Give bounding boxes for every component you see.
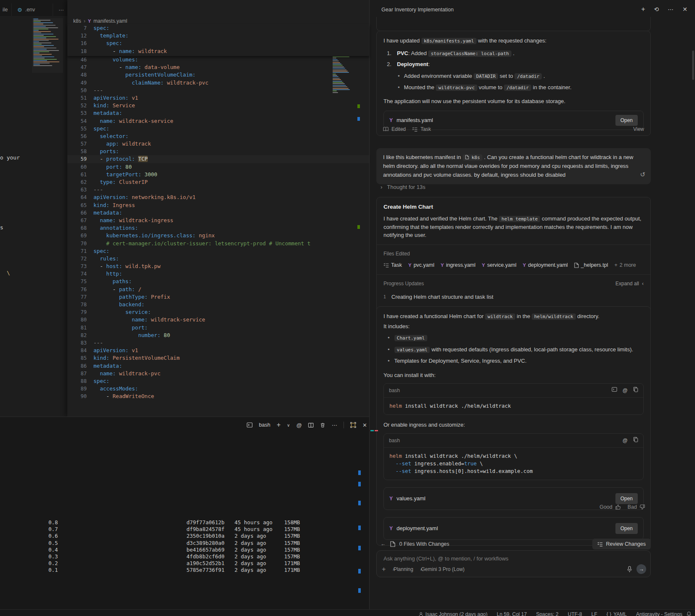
bullet-item: •values.yaml with requested defaults (In… — [388, 345, 644, 354]
tab-env[interactable]: ⚙ .env — [12, 3, 53, 16]
back-icon[interactable]: ← — [381, 541, 386, 547]
at-icon[interactable]: @ — [296, 422, 302, 428]
code-line: 69 kubernetes.io/ingress.class: nginx — [67, 232, 369, 239]
terminal-dropdown-icon[interactable]: ∨ — [287, 423, 290, 427]
new-terminal-icon[interactable]: + — [277, 421, 280, 429]
breadcrumb[interactable]: k8s › Y manifests.yaml — [73, 17, 127, 25]
changes-footer: ← 0 Files With Changes Review Changes — [381, 539, 651, 550]
files-edited-chips: TaskYpvc.yamlYingress.yamlYservice.yamlY… — [383, 261, 644, 269]
bad-label: Bad — [628, 504, 637, 510]
history-icon[interactable]: ⟲ — [654, 6, 659, 13]
good-button[interactable]: Good — [599, 504, 621, 510]
breadcrumb-folder[interactable]: k8s — [73, 18, 81, 24]
token: apiVersion: — [93, 95, 128, 101]
expand-all-button[interactable]: Expand all‹ — [615, 280, 644, 287]
insert-terminal-icon[interactable] — [612, 387, 617, 394]
new-chat-icon[interactable]: + — [641, 5, 645, 13]
token: host: — [106, 263, 122, 269]
status-item-isaac-johnson-2-days-ago-[interactable]: Isaac Johnson (2 days ago) — [418, 611, 487, 616]
text: with the requested changes: — [477, 37, 546, 44]
chat-input[interactable]: Ask anything (Ctrl+L), @ to mention, / f… — [376, 550, 651, 577]
file-chip-ingress-yaml[interactable]: Yingress.yaml — [441, 261, 476, 269]
open-button[interactable]: Open — [615, 493, 638, 504]
close-panel-icon[interactable]: ✕ — [682, 6, 687, 13]
status-label: LF — [591, 611, 597, 616]
inline-code-chip: values.yaml — [394, 347, 430, 353]
open-button[interactable]: Open — [615, 115, 638, 126]
code-area[interactable]: 46 volumes:47 - name: data-volume48 pers… — [67, 56, 369, 417]
file-attachment-row[interactable]: Ydeployment.yamlOpen — [383, 517, 644, 540]
breadcrumb-file[interactable]: manifests.yaml — [93, 18, 127, 24]
status-item-antigravity-settings[interactable]: Antigravity - Settings — [636, 611, 682, 616]
token — [93, 240, 106, 247]
code-line: 60 port: 80 — [67, 163, 369, 171]
edited-label[interactable]: Edited — [391, 126, 406, 132]
code-line: 83--- — [67, 339, 369, 347]
task-label[interactable]: Task — [421, 126, 431, 132]
terminal-shell-label[interactable]: bash — [259, 422, 270, 428]
file-chip-_helpers-tpl[interactable]: _helpers.tpl — [574, 261, 608, 269]
maximize-panel-icon[interactable] — [350, 422, 356, 428]
message-text: The application will now use the persist… — [383, 97, 644, 106]
code-line: 80 name: wildtrack-service — [67, 316, 369, 324]
at-icon[interactable]: @ — [623, 437, 628, 444]
line-number: 64 — [67, 194, 87, 201]
send-button[interactable]: → — [636, 564, 646, 574]
file-chip-deployment-yaml[interactable]: Ydeployment.yaml — [523, 261, 568, 269]
bad-button[interactable]: Bad — [628, 504, 645, 510]
line-content: backend: — [93, 301, 336, 308]
thought-toggle[interactable]: › Thought for 13s — [381, 184, 425, 190]
folder-chip[interactable]: k8s — [463, 154, 483, 161]
view-link[interactable]: View — [633, 126, 644, 132]
status-label: UTF-8 — [568, 611, 582, 616]
token: v1 — [128, 347, 138, 353]
token — [93, 32, 100, 39]
file-chip-2-more[interactable]: +2 more — [614, 261, 636, 269]
undo-icon[interactable]: ↺ — [640, 170, 645, 180]
file-chip-pvc-yaml[interactable]: Ypvc.yaml — [408, 261, 434, 269]
chat-scrollbar[interactable] — [692, 50, 694, 80]
chat-more-icon[interactable]: ⋯ — [668, 6, 674, 13]
status-item-utf-8[interactable]: UTF-8 — [568, 611, 582, 616]
chevron-right-icon: › — [381, 184, 382, 190]
file-chip-Task[interactable]: Task — [383, 261, 402, 269]
tab-partial-file[interactable]: ile — [0, 3, 12, 16]
code-block-header: bash@ — [384, 384, 643, 398]
line-content: apiVersion: v1 — [93, 94, 336, 102]
token: install wildtrack ./helm/wildtrack — [402, 403, 511, 409]
bell-icon[interactable] — [686, 611, 692, 616]
close-panel-icon[interactable]: ✕ — [362, 422, 367, 428]
add-context-icon[interactable]: + — [382, 566, 386, 573]
token: backend: — [119, 301, 145, 308]
token: - — [93, 48, 119, 54]
review-changes-button[interactable]: Review Changes — [592, 539, 651, 550]
token: persistentVolumeClaim: — [125, 72, 196, 78]
open-button[interactable]: Open — [615, 523, 638, 534]
background-minimap[interactable] — [32, 18, 63, 73]
split-terminal-icon[interactable] — [308, 422, 314, 428]
text: with requested defaults (Ingress disable… — [430, 346, 633, 353]
status-item-ln-59-col-17[interactable]: Ln 59, Col 17 — [497, 611, 527, 616]
copy-icon[interactable] — [633, 387, 638, 394]
mic-icon[interactable] — [627, 566, 632, 573]
line-number: 56 — [67, 133, 87, 140]
file-chip-service-yaml[interactable]: Yservice.yaml — [482, 261, 517, 269]
mode-selector[interactable]: ∧Planning — [392, 566, 413, 572]
status-item-yaml[interactable]: { }YAML — [607, 611, 627, 616]
status-item-spaces-2[interactable]: Spaces: 2 — [536, 611, 558, 616]
terminal-panel[interactable]: bash + ∨ @ ⋯ ✕ 0.8d79f77a0612b45 hours a… — [0, 417, 369, 609]
model-selector[interactable]: ∧Gemini 3 Pro (Low) — [420, 566, 465, 572]
line-content: - protocol: TCP — [93, 155, 336, 163]
copy-icon[interactable] — [633, 437, 638, 444]
message-text: Or enable ingress and customize: — [383, 421, 644, 429]
token: wildtrack-pvc — [164, 80, 208, 86]
chip-label: service.yaml — [487, 261, 516, 269]
terminal-more-icon[interactable]: ⋯ — [332, 422, 337, 428]
chevron-left-icon: ‹ — [642, 280, 644, 287]
yaml-file-icon: Y — [408, 262, 412, 269]
kill-terminal-icon[interactable] — [320, 422, 325, 428]
tab-overflow-button[interactable]: ⋯ — [53, 3, 67, 16]
terminal-cell: 0.3 — [48, 553, 58, 560]
status-item-lf[interactable]: LF — [591, 611, 597, 616]
at-icon[interactable]: @ — [623, 387, 628, 394]
